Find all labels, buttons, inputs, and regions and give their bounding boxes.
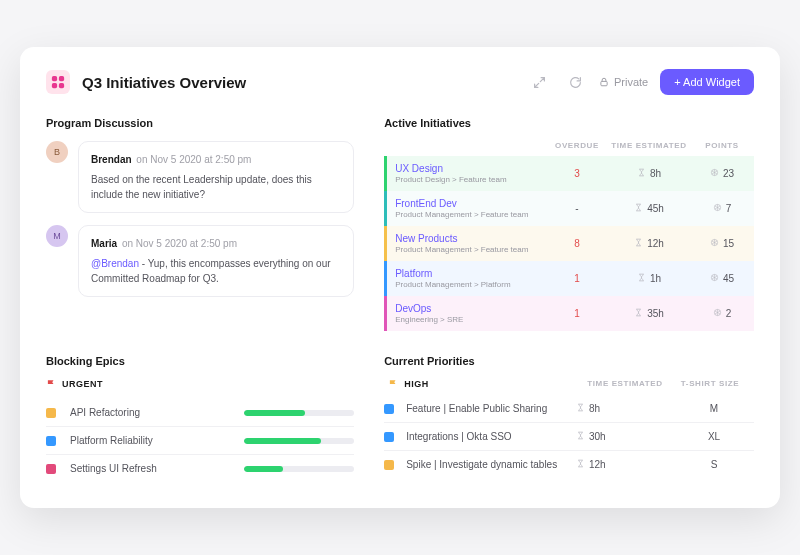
initiative-crumb: Engineering > SRE	[395, 315, 550, 324]
initiative-crumb: Product Management > Feature team	[395, 210, 550, 219]
comment-author: Brendan	[91, 154, 132, 165]
refresh-icon	[569, 76, 582, 89]
points: 15	[694, 238, 750, 249]
comment-body: @Brendan - Yup, this encompasses everyth…	[91, 256, 341, 286]
overdue-count: 8	[550, 238, 604, 249]
table-row[interactable]: UX DesignProduct Design > Feature team38…	[384, 156, 754, 191]
svg-rect-3	[59, 83, 64, 88]
time-estimated: 8h	[576, 403, 666, 414]
time-estimated: 35h	[604, 308, 694, 319]
col-points: POINTS	[694, 141, 750, 150]
initiative-name: New Products	[395, 233, 550, 244]
color-swatch	[384, 404, 394, 414]
comment-bubble: Maria on Nov 5 2020 at 2:50 pm @Brendan …	[78, 225, 354, 297]
initiative-crumb: Product Design > Feature team	[395, 175, 550, 184]
privacy-label: Private	[614, 76, 648, 88]
panel-title: Blocking Epics	[46, 355, 354, 367]
list-item[interactable]: Integrations | Okta SSO30hXL	[384, 423, 754, 451]
svg-rect-1	[59, 76, 64, 81]
priority-name: Integrations | Okta SSO	[406, 431, 568, 442]
overdue-count: 1	[550, 273, 604, 284]
table-row[interactable]: FrontEnd DevProduct Management > Feature…	[384, 191, 754, 226]
list-item[interactable]: Platform Reliability	[46, 427, 354, 455]
time-estimated: 1h	[604, 273, 694, 284]
privacy-indicator[interactable]: Private	[599, 76, 648, 88]
table-header: HIGH TIME ESTIMATED T-SHIRT SIZE	[384, 379, 754, 395]
epic-name: Platform Reliability	[70, 435, 234, 446]
time-estimated: 12h	[604, 238, 694, 249]
tshirt-size: S	[674, 459, 754, 470]
svg-rect-4	[601, 81, 607, 85]
wheel-icon	[710, 238, 719, 249]
color-swatch	[46, 436, 56, 446]
hourglass-icon	[576, 431, 585, 442]
wheel-icon	[710, 168, 719, 179]
list-item[interactable]: Feature | Enable Public Sharing8hM	[384, 395, 754, 423]
time-estimated: 45h	[604, 203, 694, 214]
svg-rect-0	[52, 76, 57, 81]
col-overdue: OVERDUE	[550, 141, 604, 150]
grid-icon	[46, 70, 70, 94]
table-row[interactable]: DevOpsEngineering > SRE135h2	[384, 296, 754, 331]
flag-icon	[46, 379, 56, 389]
panel-title: Current Priorities	[384, 355, 754, 367]
mention[interactable]: @Brendan	[91, 258, 139, 269]
table-header: OVERDUE TIME ESTIMATED POINTS	[384, 141, 754, 156]
color-swatch	[384, 432, 394, 442]
comment: M Maria on Nov 5 2020 at 2:50 pm @Brenda…	[46, 225, 354, 297]
panel-priorities: Current Priorities HIGH TIME ESTIMATED T…	[384, 355, 754, 482]
comment-author: Maria	[91, 238, 117, 249]
lock-icon	[599, 77, 609, 87]
priority-name: Spike | Investigate dynamic tables	[406, 459, 568, 470]
initiative-name: DevOps	[395, 303, 550, 314]
panel-discussion: Program Discussion B Brendan on Nov 5 20…	[46, 117, 354, 331]
table-row[interactable]: PlatformProduct Management > Platform11h…	[384, 261, 754, 296]
points: 23	[694, 168, 750, 179]
flag-icon	[388, 379, 398, 389]
epic-name: Settings UI Refresh	[70, 463, 234, 474]
priority-name: Feature | Enable Public Sharing	[406, 403, 568, 414]
wheel-icon	[713, 308, 722, 319]
hourglass-icon	[576, 459, 585, 470]
add-widget-button[interactable]: + Add Widget	[660, 69, 754, 95]
points: 7	[694, 203, 750, 214]
header: Q3 Initiatives Overview Private + Add Wi…	[46, 69, 754, 95]
list-item[interactable]: Settings UI Refresh	[46, 455, 354, 482]
panel-initiatives: Active Initiatives OVERDUE TIME ESTIMATE…	[384, 117, 754, 331]
initiative-name: Platform	[395, 268, 550, 279]
tshirt-size: M	[674, 403, 754, 414]
time-estimated: 12h	[576, 459, 666, 470]
avatar: M	[46, 225, 68, 247]
priority-flag: URGENT	[46, 379, 354, 389]
comment: B Brendan on Nov 5 2020 at 2:50 pm Based…	[46, 141, 354, 213]
dashboard-card: Q3 Initiatives Overview Private + Add Wi…	[20, 47, 780, 508]
hourglass-icon	[576, 403, 585, 414]
hourglass-icon	[634, 203, 643, 214]
comment-body: Based on the recent Leadership update, d…	[91, 172, 341, 202]
points: 45	[694, 273, 750, 284]
initiative-crumb: Product Management > Feature team	[395, 245, 550, 254]
priority-flag: HIGH	[388, 379, 580, 389]
comment-meta: on Nov 5 2020 at 2:50 pm	[122, 238, 237, 249]
overdue-count: -	[550, 203, 604, 214]
list-item[interactable]: API Refactoring	[46, 399, 354, 427]
col-time: TIME ESTIMATED	[604, 141, 694, 150]
initiative-name: UX Design	[395, 163, 550, 174]
initiative-crumb: Product Management > Platform	[395, 280, 550, 289]
progress-bar	[244, 410, 354, 416]
list-item[interactable]: Spike | Investigate dynamic tables12hS	[384, 451, 754, 478]
col-size: T-SHIRT SIZE	[670, 379, 750, 389]
page-title: Q3 Initiatives Overview	[82, 74, 515, 91]
progress-bar	[244, 438, 354, 444]
expand-button[interactable]	[527, 70, 551, 94]
time-estimated: 8h	[604, 168, 694, 179]
time-estimated: 30h	[576, 431, 666, 442]
color-swatch	[384, 460, 394, 470]
hourglass-icon	[634, 308, 643, 319]
color-swatch	[46, 464, 56, 474]
table-row[interactable]: New ProductsProduct Management > Feature…	[384, 226, 754, 261]
progress-bar	[244, 466, 354, 472]
refresh-button[interactable]	[563, 70, 587, 94]
expand-icon	[533, 76, 546, 89]
comment-meta: on Nov 5 2020 at 2:50 pm	[136, 154, 251, 165]
